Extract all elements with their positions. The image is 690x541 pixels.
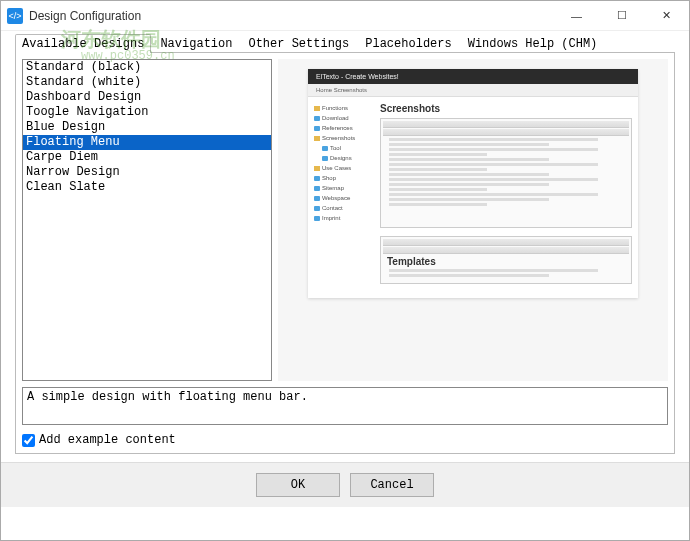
- preview-page: ElTexto - Create Websites! Home Screensh…: [308, 69, 638, 298]
- preview-main: Screenshots Templates: [380, 103, 632, 292]
- tab-other-settings[interactable]: Other Settings: [241, 34, 356, 53]
- tab-strip: Available Designs Navigation Other Setti…: [1, 31, 689, 52]
- preview-side-download: Download: [314, 113, 374, 123]
- preview-side-sitemap: Sitemap: [314, 183, 374, 193]
- design-item-blue[interactable]: Blue Design: [23, 120, 271, 135]
- preview-header: ElTexto - Create Websites!: [308, 69, 638, 84]
- preview-side-webspace: Webspace: [314, 193, 374, 203]
- preview-breadcrumb: Home Screenshots: [308, 84, 638, 97]
- window-title: Design Configuration: [29, 9, 141, 23]
- tab-placeholders[interactable]: Placeholders: [358, 34, 458, 53]
- design-description: A simple design with floating menu bar.: [22, 387, 668, 425]
- add-example-content-row[interactable]: Add example content: [22, 431, 668, 447]
- design-preview-pane: ElTexto - Create Websites! Home Screensh…: [278, 59, 668, 381]
- tab-panel-available-designs: Standard (black) Standard (white) Dashbo…: [15, 52, 675, 454]
- preview-heading-templates: Templates: [387, 256, 625, 267]
- design-item-toggle-nav[interactable]: Toogle Navigation: [23, 105, 271, 120]
- design-item-carpe-diem[interactable]: Carpe Diem: [23, 150, 271, 165]
- dialog-footer: OK Cancel: [1, 462, 689, 507]
- preview-side-imprint: Imprint: [314, 213, 374, 223]
- ok-button[interactable]: OK: [256, 473, 340, 497]
- tab-navigation[interactable]: Navigation: [153, 34, 239, 53]
- add-example-content-label: Add example content: [39, 433, 176, 447]
- tab-windows-help-chm[interactable]: Windows Help (CHM): [461, 34, 605, 53]
- preview-sidebar: Functions Download References Screenshot…: [314, 103, 374, 292]
- preview-body: Functions Download References Screenshot…: [308, 97, 638, 298]
- preview-side-references: References: [314, 123, 374, 133]
- design-item-clean-slate[interactable]: Clean Slate: [23, 180, 271, 195]
- preview-side-screenshots: Screenshots: [314, 133, 374, 143]
- preview-side-functions: Functions: [314, 103, 374, 113]
- design-item-dashboard[interactable]: Dashboard Design: [23, 90, 271, 105]
- preview-side-contact: Contact: [314, 203, 374, 213]
- app-icon: </>: [7, 8, 23, 24]
- cancel-button[interactable]: Cancel: [350, 473, 434, 497]
- preview-screenshot-1: [380, 118, 632, 228]
- close-button[interactable]: ✕: [644, 1, 689, 30]
- preview-side-usecases: Use Cases: [314, 163, 374, 173]
- window-controls: — ☐ ✕: [554, 1, 689, 30]
- designs-listbox[interactable]: Standard (black) Standard (white) Dashbo…: [22, 59, 272, 381]
- maximize-button[interactable]: ☐: [599, 1, 644, 30]
- preview-heading-screenshots: Screenshots: [380, 103, 632, 114]
- design-item-floating-menu[interactable]: Floating Menu: [23, 135, 271, 150]
- design-item-narrow[interactable]: Narrow Design: [23, 165, 271, 180]
- tab-available-designs[interactable]: Available Designs: [15, 34, 151, 53]
- titlebar: </> Design Configuration — ☐ ✕: [1, 1, 689, 31]
- preview-side-tool: Tool: [314, 143, 374, 153]
- preview-screenshot-2: Templates: [380, 236, 632, 284]
- upper-row: Standard (black) Standard (white) Dashbo…: [22, 59, 668, 381]
- minimize-button[interactable]: —: [554, 1, 599, 30]
- add-example-content-checkbox[interactable]: [22, 434, 35, 447]
- design-item-standard-white[interactable]: Standard (white): [23, 75, 271, 90]
- preview-side-shop: Shop: [314, 173, 374, 183]
- design-item-standard-black[interactable]: Standard (black): [23, 60, 271, 75]
- preview-side-designs: Designs: [314, 153, 374, 163]
